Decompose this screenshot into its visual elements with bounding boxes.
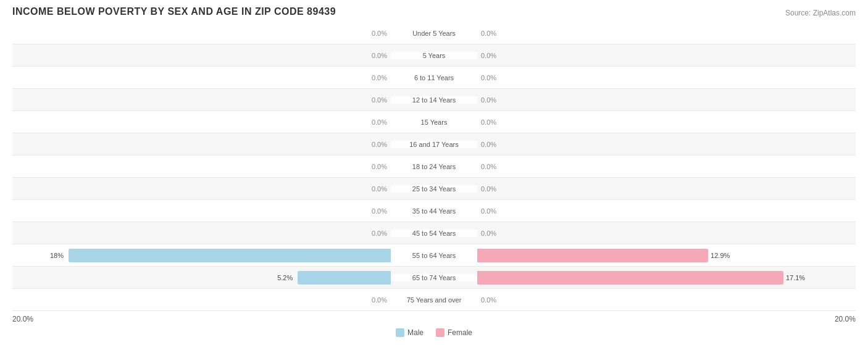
right-bar-container: 0.0%: [477, 111, 856, 133]
male-value-zero: 0.0%: [372, 30, 387, 37]
male-value-zero: 0.0%: [372, 296, 387, 304]
legend-male-box: [396, 328, 404, 337]
chart-row: 5.2% 65 to 74 Years 17.1%: [12, 267, 856, 289]
axis-left-label: 20.0%: [12, 315, 33, 323]
female-value-zero: 0.0%: [481, 118, 496, 126]
right-bar-container: 0.0%: [477, 200, 856, 222]
legend-male-label: Male: [407, 328, 424, 337]
left-bar-container: 0.0%: [12, 200, 391, 222]
chart-row: 0.0% 35 to 44 Years 0.0%: [12, 200, 856, 222]
age-label: 45 to 54 Years: [391, 230, 477, 237]
left-bar-container: 18%: [12, 244, 391, 266]
age-label: 35 to 44 Years: [391, 207, 477, 215]
female-value-zero: 0.0%: [481, 96, 496, 104]
left-bar-container: 0.0%: [12, 178, 391, 199]
right-bar-container: 0.0%: [477, 67, 856, 88]
left-bar-container: 0.0%: [12, 22, 391, 44]
right-bar-container: 0.0%: [477, 133, 856, 155]
right-bar-container: 0.0%: [477, 156, 856, 177]
male-value-zero: 0.0%: [372, 141, 387, 148]
male-bar: 5.2%: [298, 271, 391, 285]
chart-area: 0.0% Under 5 Years 0.0% 0.0% 5 Years 0.0…: [12, 22, 856, 311]
right-bar-container: 0.0%: [477, 22, 856, 44]
age-label: 25 to 34 Years: [391, 185, 477, 193]
age-label: Under 5 Years: [391, 30, 477, 37]
female-value: 17.1%: [783, 274, 805, 281]
right-bar-container: 17.1%: [477, 267, 856, 288]
female-value-zero: 0.0%: [481, 74, 496, 81]
legend-male: Male: [396, 328, 424, 337]
left-bar-container: 0.0%: [12, 222, 391, 244]
legend: Male Female: [12, 328, 856, 337]
left-bar-container: 0.0%: [12, 133, 391, 155]
female-value-zero: 0.0%: [481, 185, 496, 193]
female-value-zero: 0.0%: [481, 30, 496, 37]
male-bar: 18%: [69, 249, 391, 262]
right-bar-container: 0.0%: [477, 178, 856, 199]
male-value: 18%: [50, 252, 66, 259]
age-label: 55 to 64 Years: [391, 252, 477, 259]
female-value-zero: 0.0%: [481, 207, 496, 215]
chart-row: 0.0% 75 Years and over 0.0%: [12, 289, 856, 311]
left-bar-container: 0.0%: [12, 89, 391, 110]
right-bar-container: 12.9%: [477, 244, 856, 266]
chart-row: 0.0% 15 Years 0.0%: [12, 111, 856, 133]
female-bar: 12.9%: [477, 249, 708, 262]
age-label: 15 Years: [391, 118, 477, 126]
right-bar-container: 0.0%: [477, 44, 856, 66]
left-bar-container: 0.0%: [12, 156, 391, 177]
female-value-zero: 0.0%: [481, 163, 496, 170]
age-label: 18 to 24 Years: [391, 163, 477, 170]
chart-row: 0.0% 16 and 17 Years 0.0%: [12, 133, 856, 156]
female-value-zero: 0.0%: [481, 230, 496, 237]
female-value: 12.9%: [708, 252, 730, 259]
male-value-zero: 0.0%: [372, 163, 387, 170]
right-bar-container: 0.0%: [477, 222, 856, 244]
male-value-zero: 0.0%: [372, 52, 387, 59]
chart-row: 18% 55 to 64 Years 12.9%: [12, 244, 856, 267]
age-label: 5 Years: [391, 52, 477, 59]
legend-female-label: Female: [448, 328, 472, 337]
left-bar-container: 0.0%: [12, 44, 391, 66]
chart-row: 0.0% 45 to 54 Years 0.0%: [12, 222, 856, 244]
chart-row: 0.0% 25 to 34 Years 0.0%: [12, 178, 856, 200]
female-value-zero: 0.0%: [481, 296, 496, 304]
male-value-zero: 0.0%: [372, 118, 387, 126]
left-bar-container: 5.2%: [12, 267, 391, 288]
age-label: 12 to 14 Years: [391, 96, 477, 104]
female-value-zero: 0.0%: [481, 52, 496, 59]
male-value: 5.2%: [277, 274, 295, 281]
male-value-zero: 0.0%: [372, 185, 387, 193]
female-value-zero: 0.0%: [481, 141, 496, 148]
axis-right-label: 20.0%: [835, 315, 856, 323]
male-value-zero: 0.0%: [372, 230, 387, 237]
chart-row: 0.0% 6 to 11 Years 0.0%: [12, 67, 856, 89]
chart-row: 0.0% Under 5 Years 0.0%: [12, 22, 856, 44]
chart-container: INCOME BELOW POVERTY BY SEX AND AGE IN Z…: [12, 6, 856, 337]
left-bar-container: 0.0%: [12, 67, 391, 88]
left-bar-container: 0.0%: [12, 289, 391, 310]
age-label: 16 and 17 Years: [391, 141, 477, 148]
chart-row: 0.0% 5 Years 0.0%: [12, 44, 856, 67]
male-value-zero: 0.0%: [372, 207, 387, 215]
legend-female-box: [436, 328, 444, 337]
age-label: 6 to 11 Years: [391, 74, 477, 81]
chart-row: 0.0% 12 to 14 Years 0.0%: [12, 89, 856, 111]
age-label: 65 to 74 Years: [391, 274, 477, 281]
legend-female: Female: [436, 328, 472, 337]
age-label: 75 Years and over: [391, 296, 477, 304]
female-bar: 17.1%: [477, 271, 783, 285]
male-value-zero: 0.0%: [372, 74, 387, 81]
axis-row: 20.0% 20.0%: [12, 315, 856, 323]
left-bar-container: 0.0%: [12, 111, 391, 133]
chart-row: 0.0% 18 to 24 Years 0.0%: [12, 156, 856, 178]
right-bar-container: 0.0%: [477, 289, 856, 310]
male-value-zero: 0.0%: [372, 96, 387, 104]
right-bar-container: 0.0%: [477, 89, 856, 110]
